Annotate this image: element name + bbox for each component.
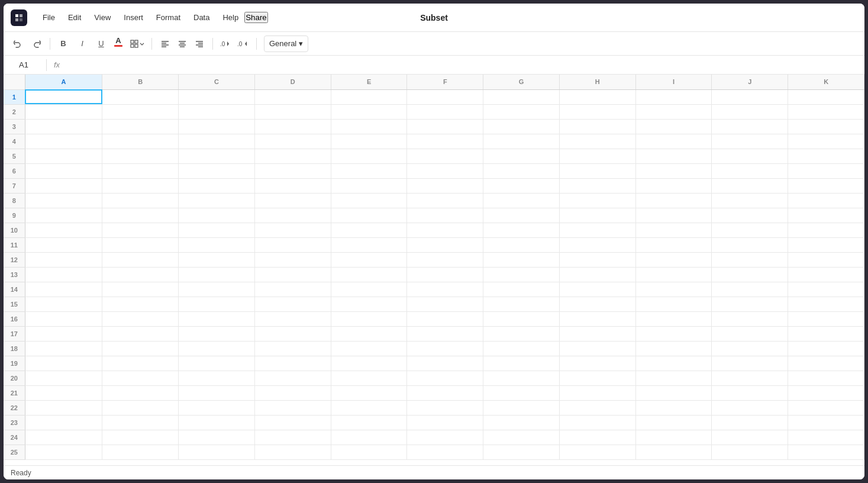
cell-D22[interactable] xyxy=(254,400,331,415)
cell-C4[interactable] xyxy=(179,134,255,149)
cell-J25[interactable] xyxy=(712,445,788,459)
cell-E17[interactable] xyxy=(331,326,407,341)
cell-C21[interactable] xyxy=(179,385,255,400)
cell-A3[interactable] xyxy=(25,119,102,134)
cell-C3[interactable] xyxy=(179,119,255,134)
cell-E20[interactable] xyxy=(331,371,407,385)
cell-I20[interactable] xyxy=(635,371,712,385)
cell-C22[interactable] xyxy=(179,400,255,415)
cell-F8[interactable] xyxy=(407,193,483,208)
cell-K18[interactable] xyxy=(788,341,864,356)
cell-J24[interactable] xyxy=(712,430,788,445)
cell-F1[interactable] xyxy=(407,89,483,104)
undo-button[interactable] xyxy=(9,36,26,52)
cell-F22[interactable] xyxy=(407,400,483,415)
cell-B13[interactable] xyxy=(102,267,179,282)
cell-C18[interactable] xyxy=(179,341,255,356)
cell-K21[interactable] xyxy=(788,385,864,400)
cell-A13[interactable] xyxy=(25,267,102,282)
cell-G3[interactable] xyxy=(483,119,560,134)
cell-K24[interactable] xyxy=(788,430,864,445)
cell-C14[interactable] xyxy=(179,282,255,297)
cell-C12[interactable] xyxy=(179,252,255,267)
cell-I5[interactable] xyxy=(635,149,712,163)
cell-A16[interactable] xyxy=(25,311,102,326)
cell-J15[interactable] xyxy=(712,297,788,311)
cell-K15[interactable] xyxy=(788,297,864,311)
cell-D14[interactable] xyxy=(254,282,331,297)
cell-H5[interactable] xyxy=(559,149,635,163)
format-select[interactable]: General ▾ xyxy=(264,36,308,52)
cell-E23[interactable] xyxy=(331,415,407,430)
cell-E14[interactable] xyxy=(331,282,407,297)
cell-I8[interactable] xyxy=(635,193,712,208)
cell-G15[interactable] xyxy=(483,297,560,311)
cell-F19[interactable] xyxy=(407,356,483,371)
cell-C13[interactable] xyxy=(179,267,255,282)
cell-D15[interactable] xyxy=(254,297,331,311)
col-header-K[interactable]: K xyxy=(788,75,864,89)
menu-format[interactable]: Format xyxy=(150,11,186,24)
cell-D12[interactable] xyxy=(254,252,331,267)
cell-D3[interactable] xyxy=(254,119,331,134)
row-header-16[interactable]: 16 xyxy=(4,311,25,326)
cell-G24[interactable] xyxy=(483,430,560,445)
italic-button[interactable]: I xyxy=(74,36,91,52)
cell-B8[interactable] xyxy=(102,193,179,208)
row-header-20[interactable]: 20 xyxy=(4,371,25,385)
row-header-22[interactable]: 22 xyxy=(4,400,25,415)
align-right-button[interactable] xyxy=(191,36,208,52)
cell-E1[interactable] xyxy=(331,89,407,104)
cell-J19[interactable] xyxy=(712,356,788,371)
cell-B21[interactable] xyxy=(102,385,179,400)
cell-H6[interactable] xyxy=(559,163,635,178)
cell-C5[interactable] xyxy=(179,149,255,163)
cell-G1[interactable] xyxy=(483,89,560,104)
row-header-1[interactable]: 1 xyxy=(4,89,25,104)
cell-D13[interactable] xyxy=(254,267,331,282)
cell-C25[interactable] xyxy=(179,445,255,459)
cell-I7[interactable] xyxy=(635,178,712,193)
cell-C16[interactable] xyxy=(179,311,255,326)
cell-D11[interactable] xyxy=(254,237,331,252)
cell-E13[interactable] xyxy=(331,267,407,282)
cell-G12[interactable] xyxy=(483,252,560,267)
col-header-C[interactable]: C xyxy=(179,75,255,89)
cell-H9[interactable] xyxy=(559,208,635,223)
cell-H4[interactable] xyxy=(559,134,635,149)
cell-K7[interactable] xyxy=(788,178,864,193)
row-header-11[interactable]: 11 xyxy=(4,237,25,252)
cell-H7[interactable] xyxy=(559,178,635,193)
cell-K11[interactable] xyxy=(788,237,864,252)
cell-A14[interactable] xyxy=(25,282,102,297)
row-header-24[interactable]: 24 xyxy=(4,430,25,445)
cell-D25[interactable] xyxy=(254,445,331,459)
cell-I1[interactable] xyxy=(635,89,712,104)
cell-B2[interactable] xyxy=(102,104,179,119)
cell-A24[interactable] xyxy=(25,430,102,445)
cell-I4[interactable] xyxy=(635,134,712,149)
col-header-J[interactable]: J xyxy=(712,75,788,89)
cell-E16[interactable] xyxy=(331,311,407,326)
row-header-10[interactable]: 10 xyxy=(4,223,25,237)
cell-E18[interactable] xyxy=(331,341,407,356)
cell-G17[interactable] xyxy=(483,326,560,341)
cell-J20[interactable] xyxy=(712,371,788,385)
cell-I21[interactable] xyxy=(635,385,712,400)
cell-E12[interactable] xyxy=(331,252,407,267)
row-header-5[interactable]: 5 xyxy=(4,149,25,163)
cell-E5[interactable] xyxy=(331,149,407,163)
cell-C17[interactable] xyxy=(179,326,255,341)
cell-I9[interactable] xyxy=(635,208,712,223)
cell-F4[interactable] xyxy=(407,134,483,149)
cell-J22[interactable] xyxy=(712,400,788,415)
cell-G10[interactable] xyxy=(483,223,560,237)
cell-B19[interactable] xyxy=(102,356,179,371)
row-header-9[interactable]: 9 xyxy=(4,208,25,223)
cell-H1[interactable] xyxy=(559,89,635,104)
cell-K22[interactable] xyxy=(788,400,864,415)
row-header-23[interactable]: 23 xyxy=(4,415,25,430)
cell-C6[interactable] xyxy=(179,163,255,178)
cell-I10[interactable] xyxy=(635,223,712,237)
cell-J7[interactable] xyxy=(712,178,788,193)
